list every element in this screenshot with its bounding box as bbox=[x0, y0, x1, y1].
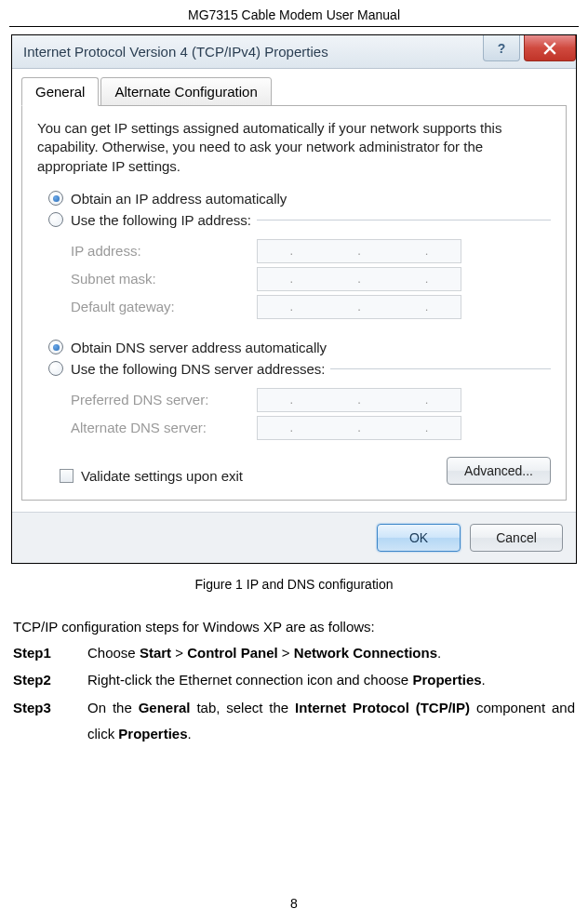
dialog-footer: OK Cancel bbox=[12, 512, 576, 563]
label-ip-address: IP address: bbox=[71, 243, 257, 259]
text: . bbox=[482, 672, 486, 688]
body-text: TCP/IP configuration steps for Windows X… bbox=[9, 614, 579, 747]
bold: Properties bbox=[412, 672, 481, 688]
tab-strip: General Alternate Configuration bbox=[21, 76, 567, 106]
radio-use-following-ip[interactable]: Use the following IP address: bbox=[37, 212, 551, 228]
input-ip-address: ... bbox=[257, 239, 461, 263]
checkbox-validate-settings[interactable]: Validate settings upon exit bbox=[37, 468, 243, 484]
groupbox-line bbox=[257, 220, 551, 220]
intro-text: You can get IP settings assigned automat… bbox=[37, 119, 551, 176]
input-preferred-dns: ... bbox=[257, 388, 461, 412]
advanced-button[interactable]: Advanced... bbox=[447, 457, 551, 485]
text: Right-click the Ethernet connection icon… bbox=[87, 672, 412, 688]
page-number: 8 bbox=[0, 896, 588, 911]
bold: Internet Protocol (TCP/IP) bbox=[295, 700, 470, 715]
step-3: Step3 On the General tab, select the Int… bbox=[13, 695, 575, 747]
label-alternate-dns: Alternate DNS server: bbox=[71, 420, 257, 435]
label-default-gateway: Default gateway: bbox=[71, 299, 257, 314]
radio-label: Obtain DNS server address automatically bbox=[71, 340, 327, 355]
tab-alternate-configuration[interactable]: Alternate Configuration bbox=[100, 77, 271, 106]
bold: Start bbox=[140, 645, 171, 661]
page-header: MG7315 Cable Modem User Manual bbox=[9, 0, 579, 27]
radio-label: Use the following IP address: bbox=[71, 212, 251, 228]
label-preferred-dns: Preferred DNS server: bbox=[71, 392, 257, 408]
bold: General bbox=[139, 700, 191, 715]
label-subnet-mask: Subnet mask: bbox=[71, 271, 257, 287]
dialog-screenshot: Internet Protocol Version 4 (TCP/IPv4) P… bbox=[11, 34, 577, 564]
text: Choose bbox=[87, 645, 140, 661]
input-alternate-dns: ... bbox=[257, 416, 461, 440]
checkbox-label: Validate settings upon exit bbox=[81, 468, 243, 484]
text: . bbox=[437, 645, 441, 661]
close-button[interactable] bbox=[524, 35, 576, 61]
step-2: Step2 Right-click the Ethernet connectio… bbox=[13, 667, 575, 693]
input-subnet-mask: ... bbox=[257, 267, 461, 291]
tab-content: You can get IP settings assigned automat… bbox=[21, 106, 567, 501]
step-1: Step1 Choose Start > Control Panel > Net… bbox=[13, 640, 575, 666]
radio-label: Use the following DNS server addresses: bbox=[71, 361, 325, 377]
text: > bbox=[278, 645, 294, 661]
bold: Properties bbox=[118, 726, 187, 742]
radio-use-following-dns[interactable]: Use the following DNS server addresses: bbox=[37, 361, 551, 377]
groupbox-line bbox=[330, 368, 551, 369]
titlebar: Internet Protocol Version 4 (TCP/IPv4) P… bbox=[12, 35, 576, 69]
input-default-gateway: ... bbox=[257, 295, 461, 319]
tab-general[interactable]: General bbox=[21, 77, 99, 106]
step-label: Step3 bbox=[13, 695, 87, 747]
close-icon bbox=[543, 42, 556, 55]
intro-line: TCP/IP configuration steps for Windows X… bbox=[13, 614, 575, 640]
text: . bbox=[188, 726, 192, 742]
text: On the bbox=[87, 700, 139, 715]
help-button[interactable]: ? bbox=[483, 35, 520, 61]
radio-icon bbox=[48, 340, 63, 354]
radio-obtain-dns-auto[interactable]: Obtain DNS server address automatically bbox=[37, 340, 551, 355]
help-icon: ? bbox=[498, 41, 506, 56]
radio-obtain-ip-auto[interactable]: Obtain an IP address automatically bbox=[37, 191, 551, 207]
radio-icon bbox=[48, 212, 63, 227]
step-label: Step1 bbox=[13, 640, 87, 666]
cancel-button[interactable]: Cancel bbox=[470, 524, 563, 552]
step-label: Step2 bbox=[13, 667, 87, 693]
checkbox-icon bbox=[60, 469, 74, 483]
bold: Control Panel bbox=[187, 645, 278, 661]
dialog-title: Internet Protocol Version 4 (TCP/IPv4) P… bbox=[23, 44, 328, 60]
radio-icon bbox=[48, 191, 63, 206]
figure-caption: Figure 1 IP and DNS configuration bbox=[9, 577, 579, 592]
radio-label: Obtain an IP address automatically bbox=[71, 191, 287, 207]
text: tab, select the bbox=[191, 700, 296, 715]
text: > bbox=[171, 645, 187, 661]
ok-button[interactable]: OK bbox=[377, 524, 461, 552]
bold: Network Connections bbox=[294, 645, 437, 661]
radio-icon bbox=[48, 361, 63, 376]
